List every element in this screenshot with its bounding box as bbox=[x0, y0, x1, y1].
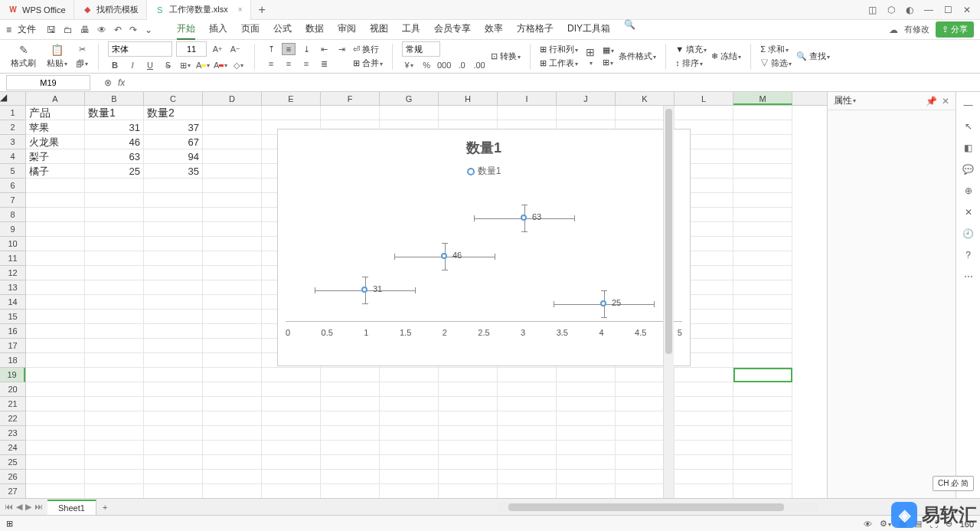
row-header[interactable]: 27 bbox=[0, 484, 25, 498]
cell[interactable] bbox=[733, 484, 792, 498]
cell[interactable] bbox=[733, 251, 792, 266]
col-header-e[interactable]: E bbox=[262, 92, 321, 105]
tab-diy[interactable]: DIY工具箱 bbox=[567, 19, 610, 40]
cell[interactable] bbox=[733, 426, 792, 441]
cell[interactable] bbox=[733, 164, 792, 179]
col-header-h[interactable]: H bbox=[439, 92, 498, 105]
cell[interactable]: 25 bbox=[85, 164, 144, 179]
cell[interactable] bbox=[321, 470, 380, 484]
cell[interactable] bbox=[85, 368, 144, 382]
cell[interactable] bbox=[675, 470, 733, 484]
tab-square-grid[interactable]: 方格格子 bbox=[517, 19, 554, 40]
cell[interactable] bbox=[733, 411, 792, 426]
cell[interactable] bbox=[85, 280, 144, 295]
cell[interactable] bbox=[557, 441, 616, 455]
cell[interactable] bbox=[380, 397, 439, 411]
align-left-icon[interactable]: ≡ bbox=[264, 57, 278, 70]
cell[interactable] bbox=[439, 470, 498, 484]
cut-icon[interactable]: ✂ bbox=[75, 43, 89, 55]
cell[interactable] bbox=[144, 222, 203, 237]
cell[interactable] bbox=[26, 237, 85, 251]
cell[interactable] bbox=[321, 368, 380, 382]
cell[interactable] bbox=[380, 106, 439, 120]
cell[interactable] bbox=[557, 484, 616, 498]
row-header[interactable]: 18 bbox=[0, 353, 25, 368]
cell[interactable] bbox=[498, 368, 557, 382]
row-header[interactable]: 23 bbox=[0, 426, 25, 441]
cell[interactable] bbox=[733, 237, 792, 251]
save-icon[interactable]: 🖫 bbox=[47, 25, 56, 35]
cell[interactable] bbox=[380, 441, 439, 455]
worksheet-button[interactable]: ⊞ 工作表▾ bbox=[540, 57, 578, 69]
cell[interactable] bbox=[321, 411, 380, 426]
row-header[interactable]: 25 bbox=[0, 455, 25, 470]
tab-data[interactable]: 数据 bbox=[305, 19, 324, 40]
window-layout-icon[interactable]: ◫ bbox=[868, 5, 877, 15]
cell[interactable] bbox=[262, 441, 321, 455]
col-header-j[interactable]: J bbox=[557, 92, 616, 105]
cell[interactable] bbox=[144, 470, 203, 484]
cell[interactable] bbox=[85, 222, 144, 237]
cell[interactable] bbox=[321, 455, 380, 470]
highlight-color-button[interactable]: A▾ bbox=[196, 59, 210, 71]
distribute-icon[interactable]: ≣ bbox=[317, 57, 331, 70]
cell[interactable] bbox=[733, 149, 792, 164]
file-menu[interactable]: 文件 bbox=[18, 23, 36, 36]
row-header[interactable]: 14 bbox=[0, 295, 25, 310]
col-header-g[interactable]: G bbox=[380, 92, 439, 105]
cell[interactable] bbox=[321, 484, 380, 498]
style-tool-icon[interactable]: ◧ bbox=[964, 143, 972, 153]
cell[interactable] bbox=[144, 324, 203, 339]
cell[interactable] bbox=[557, 470, 616, 484]
cell[interactable]: 35 bbox=[144, 164, 203, 179]
maximize-button[interactable]: ☐ bbox=[944, 5, 952, 15]
cell[interactable] bbox=[675, 441, 733, 455]
cell[interactable] bbox=[85, 266, 144, 280]
cell[interactable] bbox=[144, 353, 203, 368]
cell[interactable] bbox=[26, 441, 85, 455]
cell[interactable] bbox=[203, 193, 262, 208]
cell[interactable] bbox=[85, 179, 144, 193]
cell[interactable] bbox=[144, 251, 203, 266]
row-header[interactable]: 1 bbox=[0, 106, 25, 120]
cell[interactable] bbox=[26, 280, 85, 295]
next-sheet-icon[interactable]: ▶ bbox=[25, 502, 31, 512]
cell[interactable] bbox=[733, 441, 792, 455]
col-header-d[interactable]: D bbox=[203, 92, 262, 105]
table-style-button[interactable]: ⊞▾ bbox=[603, 57, 614, 67]
minimize-button[interactable]: — bbox=[924, 5, 933, 15]
cell[interactable]: 67 bbox=[144, 135, 203, 149]
help-tool-icon[interactable]: ? bbox=[965, 250, 971, 261]
open-icon[interactable]: 🗀 bbox=[64, 25, 73, 35]
cancel-icon[interactable]: ⊗ bbox=[104, 77, 112, 88]
decrease-font-icon[interactable]: A− bbox=[228, 43, 242, 55]
row-header[interactable]: 22 bbox=[0, 411, 25, 426]
filter-button[interactable]: ▽ 筛选▾ bbox=[760, 57, 792, 69]
row-header[interactable]: 9 bbox=[0, 222, 25, 237]
more-tool-icon[interactable]: ⋯ bbox=[964, 271, 973, 282]
underline-icon[interactable]: U bbox=[143, 59, 157, 71]
col-header-a[interactable]: A bbox=[26, 92, 85, 105]
italic-icon[interactable]: I bbox=[126, 59, 139, 71]
settings-tool-icon[interactable]: ✕ bbox=[965, 207, 972, 218]
tab-workbook[interactable]: S 工作簿数量.xlsx × bbox=[147, 0, 251, 20]
cell[interactable] bbox=[439, 441, 498, 455]
sort-button[interactable]: ↕ 排序▾ bbox=[675, 57, 707, 69]
new-tab-button[interactable]: + bbox=[251, 3, 273, 17]
cell[interactable] bbox=[203, 251, 262, 266]
cell[interactable] bbox=[498, 455, 557, 470]
cell[interactable] bbox=[144, 280, 203, 295]
decrease-indent-icon[interactable]: ⇤ bbox=[317, 43, 331, 55]
ime-indicator[interactable]: CH 必 简 bbox=[933, 476, 974, 491]
cell[interactable] bbox=[144, 237, 203, 251]
cell[interactable] bbox=[203, 411, 262, 426]
cell[interactable] bbox=[203, 441, 262, 455]
cell[interactable] bbox=[26, 193, 85, 208]
strikethrough-icon[interactable]: S̶ bbox=[161, 59, 175, 71]
currency-icon[interactable]: ¥▾ bbox=[402, 59, 416, 71]
cell[interactable] bbox=[26, 426, 85, 441]
select-tool-icon[interactable]: ↖ bbox=[965, 121, 972, 132]
cell[interactable] bbox=[498, 382, 557, 397]
cell[interactable] bbox=[203, 397, 262, 411]
align-middle-icon[interactable]: ≡ bbox=[282, 43, 296, 55]
